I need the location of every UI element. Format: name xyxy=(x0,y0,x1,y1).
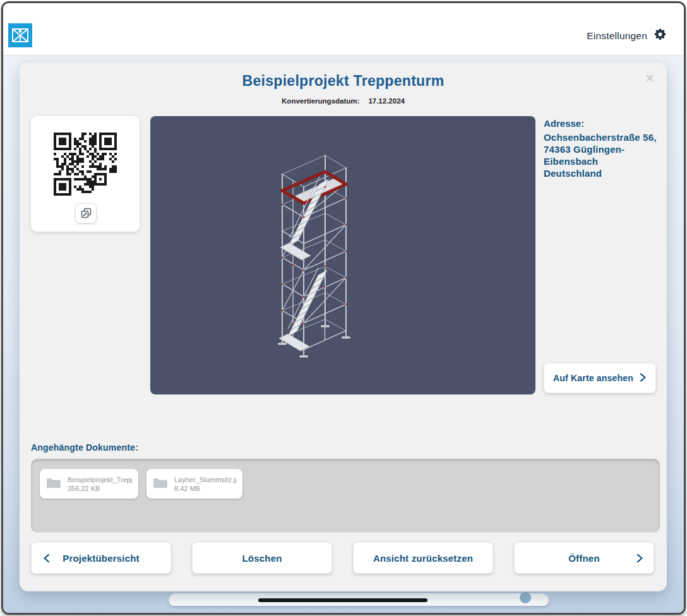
device-frame: Einstellungen × Beispielprojekt Treppent… xyxy=(1,1,686,615)
folder-icon xyxy=(153,477,168,491)
model-viewer[interactable] xyxy=(150,116,535,394)
address-block: Adresse: Ochsenbacherstraße 56, 74363 Gü… xyxy=(544,118,666,179)
scroll-indicator-dot xyxy=(520,592,531,603)
document-chip[interactable]: Layher_Stammsitz.jpg 8,42 MB xyxy=(146,469,242,499)
chevron-right-icon xyxy=(636,553,643,566)
document-size: 356,22 KB xyxy=(68,485,132,492)
scaffold-tower-model xyxy=(150,116,535,394)
conversion-date-value: 17.12.2024 xyxy=(368,97,405,105)
project-overview-label: Projektübersicht xyxy=(63,553,140,564)
copy-qr-button[interactable] xyxy=(75,203,97,223)
qr-card xyxy=(31,116,140,232)
delete-label: Löschen xyxy=(242,553,282,564)
project-detail-modal: × Beispielprojekt Treppenturm Konvertier… xyxy=(20,62,667,591)
folder-icon xyxy=(46,477,61,491)
screenshot-stage: Einstellungen × Beispielprojekt Treppent… xyxy=(0,0,687,616)
documents-panel: Beispielprojekt_Treppe 356,22 KB Layher_… xyxy=(31,459,660,533)
documents-label: Angehängte Dokumente: xyxy=(31,442,138,453)
project-title: Beispielprojekt Treppenturm xyxy=(20,73,667,90)
settings-button[interactable]: Einstellungen xyxy=(587,27,667,44)
project-overview-button[interactable]: Projektübersicht xyxy=(31,542,171,574)
address-value: Ochsenbacherstraße 56, 74363 Güglingen- … xyxy=(544,131,666,179)
qr-code xyxy=(54,133,117,196)
open-label: Öffnen xyxy=(568,553,600,564)
reset-view-label: Ansicht zurücksetzen xyxy=(373,553,473,564)
conversion-date-label: Konvertierungsdatum: xyxy=(282,97,359,105)
gear-icon xyxy=(653,27,667,44)
reset-view-button[interactable]: Ansicht zurücksetzen xyxy=(353,542,493,574)
chevron-left-icon xyxy=(43,553,51,566)
view-on-map-label: Auf Karte ansehen xyxy=(553,373,633,383)
conversion-date: Konvertierungsdatum:17.12.2024 xyxy=(20,97,667,105)
chevron-right-icon xyxy=(639,372,647,384)
delete-button[interactable]: Löschen xyxy=(192,542,332,574)
document-chip[interactable]: Beispielprojekt_Treppe 356,22 KB xyxy=(40,469,138,499)
app-header: Einstellungen xyxy=(3,3,684,56)
home-indicator[interactable] xyxy=(258,598,427,602)
open-button[interactable]: Öffnen xyxy=(514,542,654,574)
document-name: Layher_Stammsitz.jpg xyxy=(174,476,236,483)
copy-link-icon xyxy=(80,206,92,221)
layher-logo xyxy=(8,23,32,47)
settings-label: Einstellungen xyxy=(587,30,647,42)
address-label: Adresse: xyxy=(544,118,666,129)
document-name: Beispielprojekt_Treppe xyxy=(68,476,132,483)
document-size: 8,42 MB xyxy=(174,485,236,492)
view-on-map-button[interactable]: Auf Karte ansehen xyxy=(544,363,656,393)
